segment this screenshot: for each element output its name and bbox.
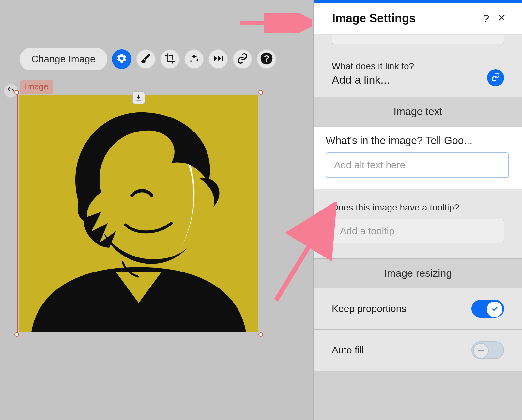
crop-icon xyxy=(164,53,176,65)
link-label: What does it link to? xyxy=(332,61,481,71)
selected-image[interactable]: Image xyxy=(17,93,260,334)
gear-icon xyxy=(116,53,127,65)
panel-help-button[interactable]: ? xyxy=(478,10,494,26)
panel-header: Image Settings ? xyxy=(314,3,522,35)
animation-button[interactable] xyxy=(208,49,228,69)
settings-button[interactable] xyxy=(112,49,131,69)
link-button[interactable] xyxy=(233,49,252,69)
alt-text-section: What's in the image? Tell Goo... xyxy=(314,126,522,189)
alt-text-label: What's in the image? Tell Goo... xyxy=(326,134,509,147)
link-icon xyxy=(237,53,248,65)
panel-title: Image Settings xyxy=(332,11,478,25)
design-button[interactable] xyxy=(136,49,156,69)
link-value[interactable]: Add a link... xyxy=(332,73,481,86)
image-toolbar: Change Image xyxy=(20,48,276,70)
tooltip-label: Does this image have a tooltip? xyxy=(332,202,504,213)
add-link-button[interactable] xyxy=(487,69,504,86)
change-image-button[interactable]: Change Image xyxy=(20,48,107,70)
link-icon xyxy=(491,72,500,83)
element-type-label: Image xyxy=(20,80,53,94)
auto-fill-row: Auto fill xyxy=(314,329,522,371)
download-image-button[interactable] xyxy=(132,91,145,104)
resize-handle-br[interactable] xyxy=(258,332,263,337)
auto-fill-toggle[interactable] xyxy=(471,341,504,359)
panel-close-button[interactable] xyxy=(494,10,510,26)
help-button[interactable]: ? xyxy=(257,49,276,69)
panel-scroll-peek xyxy=(314,35,522,54)
tooltip-input[interactable] xyxy=(332,219,504,243)
link-section: What does it link to? Add a link... xyxy=(314,54,522,97)
crop-button[interactable] xyxy=(160,49,180,69)
keep-proportions-toggle[interactable] xyxy=(471,300,504,318)
resize-handle-bl[interactable] xyxy=(14,332,19,337)
alt-text-input[interactable] xyxy=(326,152,509,178)
animation-icon xyxy=(213,53,224,65)
resize-handle-tl[interactable] xyxy=(14,90,19,95)
image-text-heading: Image text xyxy=(314,97,522,126)
panel-accent-bar xyxy=(314,0,522,3)
question-circle-icon: ? xyxy=(260,52,273,66)
peek-input[interactable] xyxy=(332,35,504,44)
brush-icon xyxy=(140,53,151,65)
check-icon xyxy=(491,305,499,314)
svg-text:?: ? xyxy=(264,53,269,64)
image-settings-panel: Image Settings ? What does it link to? A… xyxy=(313,0,522,420)
question-icon: ? xyxy=(483,12,489,25)
close-icon xyxy=(497,12,506,25)
auto-fill-label: Auto fill xyxy=(332,345,364,356)
undo-icon xyxy=(7,86,15,96)
sparkle-icon xyxy=(189,53,200,65)
minus-icon xyxy=(478,350,484,351)
tooltip-section: Does this image have a tooltip? xyxy=(314,189,522,258)
image-resizing-heading: Image resizing xyxy=(314,258,522,288)
keep-proportions-label: Keep proportions xyxy=(332,303,407,314)
selection-outline xyxy=(17,93,260,334)
download-icon xyxy=(135,94,142,102)
resize-handle-tr[interactable] xyxy=(258,90,263,95)
keep-proportions-row: Keep proportions xyxy=(314,288,522,329)
filters-button[interactable] xyxy=(184,49,204,69)
